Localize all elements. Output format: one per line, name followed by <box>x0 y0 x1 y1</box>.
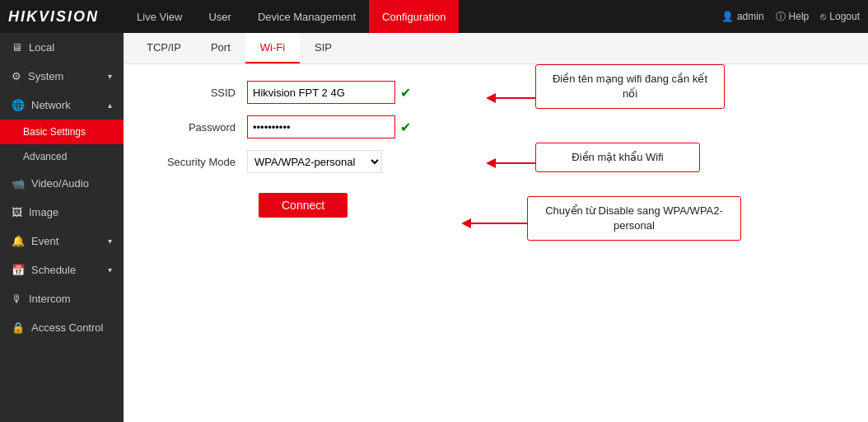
logo: HIKVISION <box>8 8 99 26</box>
sidebar-item-event[interactable]: 🔔 Event ▾ <box>0 227 124 256</box>
callout-security-arrow <box>462 215 532 232</box>
password-label: Password <box>148 121 247 134</box>
logout-button[interactable]: ⎋ Logout <box>820 11 860 22</box>
logo-text: HIKVISION <box>8 8 99 25</box>
tab-tcpip[interactable]: TCP/IP <box>132 33 196 63</box>
tab-port[interactable]: Port <box>196 33 245 63</box>
sidebar-item-system[interactable]: ⚙ System ▾ <box>0 62 124 91</box>
callout-ssid: Điền tên mạng wifi đang cần kết nối <box>535 64 725 109</box>
chevron-down-icon-schedule: ▾ <box>108 265 112 274</box>
system-icon: ⚙ <box>12 70 21 82</box>
access-control-icon: 🔒 <box>12 321 25 334</box>
nav-device-management[interactable]: Device Management <box>245 0 369 33</box>
sidebar-item-basic-settings[interactable]: Basic Settings <box>0 120 124 144</box>
security-mode-select[interactable]: WPA/WPA2-personal Disable <box>247 150 382 173</box>
tab-bar: TCP/IP Port Wi-Fi SIP <box>124 33 868 64</box>
sidebar-item-video-audio[interactable]: 📹 Video/Audio <box>0 169 124 198</box>
sidebar-item-advanced[interactable]: Advanced <box>0 144 124 169</box>
callout-security: Chuyển từ Disable sang WPA/WPA2-personal <box>527 196 741 241</box>
tab-wifi[interactable]: Wi-Fi <box>245 33 300 63</box>
help-button[interactable]: ⓘ Help <box>776 10 810 24</box>
sidebar: 🖥 Local ⚙ System ▾ 🌐 Network ▴ Basic Set… <box>0 33 124 422</box>
password-row: Password ✔ <box>148 115 843 138</box>
ssid-check-icon: ✔ <box>400 85 411 101</box>
nav-live-view[interactable]: Live View <box>124 0 195 33</box>
sidebar-item-local[interactable]: 🖥 Local <box>0 33 124 62</box>
content-area: TCP/IP Port Wi-Fi SIP SSID ✔ Password <box>124 33 868 422</box>
wifi-form: SSID ✔ Password ✔ Security Mode WPA/WPA2… <box>124 64 868 234</box>
sidebar-item-network[interactable]: 🌐 Network ▴ <box>0 91 124 120</box>
sidebar-item-schedule[interactable]: 📅 Schedule ▾ <box>0 256 124 284</box>
sidebar-item-intercom[interactable]: 🎙 Intercom <box>0 284 124 313</box>
chevron-down-icon-event: ▾ <box>108 237 112 246</box>
image-icon: 🖼 <box>12 206 22 218</box>
sidebar-item-image[interactable]: 🖼 Image <box>0 198 124 227</box>
network-icon: 🌐 <box>12 99 25 111</box>
event-icon: 🔔 <box>12 235 25 247</box>
main-layout: 🖥 Local ⚙ System ▾ 🌐 Network ▴ Basic Set… <box>0 33 868 422</box>
sidebar-item-access-control[interactable]: 🔒 Access Control <box>0 313 124 342</box>
connect-button[interactable]: Connect <box>259 193 348 218</box>
chevron-up-icon: ▴ <box>108 101 112 110</box>
top-navigation: HIKVISION Live View User Device Manageme… <box>0 0 868 33</box>
password-check-icon: ✔ <box>400 120 411 135</box>
schedule-icon: 📅 <box>12 264 25 276</box>
nav-configuration[interactable]: Configuration <box>369 0 459 33</box>
callout-ssid-arrow <box>487 90 540 106</box>
admin-button[interactable]: 👤 admin <box>721 11 764 22</box>
logout-icon: ⎋ <box>820 11 826 22</box>
user-icon: 👤 <box>721 11 734 22</box>
help-icon: ⓘ <box>776 10 786 24</box>
security-mode-label: Security Mode <box>148 156 247 168</box>
callout-password-arrow <box>487 155 540 171</box>
top-right-actions: 👤 admin ⓘ Help ⎋ Logout <box>721 10 860 24</box>
video-audio-icon: 📹 <box>12 177 25 190</box>
ssid-label: SSID <box>148 87 247 99</box>
ssid-input[interactable] <box>247 81 395 104</box>
callout-password: Điền mật khẩu Wifi <box>535 143 700 172</box>
nav-items: Live View User Device Management Configu… <box>124 0 721 33</box>
password-input[interactable] <box>247 115 395 138</box>
chevron-down-icon: ▾ <box>108 72 112 81</box>
tab-sip[interactable]: SIP <box>300 33 347 63</box>
nav-user[interactable]: User <box>195 0 244 33</box>
intercom-icon: 🎙 <box>12 293 22 305</box>
local-icon: 🖥 <box>12 41 22 54</box>
